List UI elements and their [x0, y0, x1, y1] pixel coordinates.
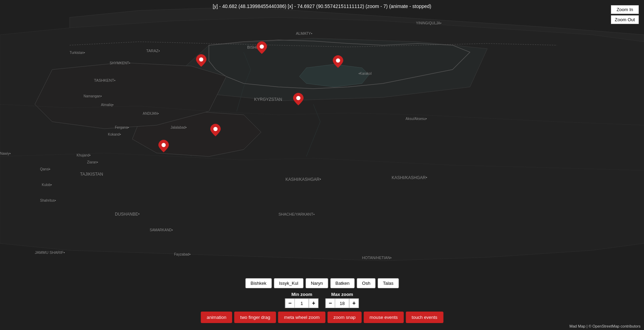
svg-text:Turkistan•: Turkistan• — [70, 51, 85, 55]
feature-buttons: animationtwo finger dragmeta wheel zoomz… — [201, 312, 443, 323]
zoom-range-controls: Min zoom − 1 + Max zoom − 18 + — [285, 292, 359, 308]
svg-text:Namangan•: Namangan• — [84, 94, 102, 98]
min-zoom-input: − 1 + — [285, 298, 319, 308]
min-zoom-minus[interactable]: − — [285, 298, 295, 308]
map-pin-6 — [158, 140, 169, 152]
svg-text:KASHI/KASHGAR•: KASHI/KASHGAR• — [392, 175, 427, 180]
attribution: Mad Map | © OpenStreetMap contributors — [570, 324, 641, 328]
svg-text:Aksu/Aksesu•: Aksu/Aksesu• — [406, 117, 427, 121]
svg-text:ALMATY•: ALMATY• — [296, 31, 312, 35]
svg-text:DUSHANBE•: DUSHANBE• — [115, 212, 140, 217]
max-zoom-label: Max zoom — [331, 292, 353, 297]
city-button-bishkek[interactable]: Bishkek — [245, 278, 272, 288]
status-bar: [y] - 40.682 (48.13998455440386) [x] - 7… — [213, 3, 431, 9]
svg-text:TARAZ•: TARAZ• — [146, 49, 160, 53]
min-zoom-group: Min zoom − 1 + — [285, 292, 319, 308]
max-zoom-input: − 18 + — [325, 298, 359, 308]
bottom-controls: BishkekIssyk_KulNarynBatkenOshTalas Min … — [201, 278, 443, 323]
svg-text:SHACHE/YARKANT•: SHACHE/YARKANT• — [278, 212, 315, 216]
svg-point-33 — [199, 57, 203, 62]
feature-button-two-finger-drag[interactable]: two finger drag — [234, 312, 276, 323]
svg-point-37 — [162, 143, 166, 147]
svg-text:Ziaran•: Ziaran• — [87, 160, 98, 164]
zoom-controls: Zoom In Zoom Out — [611, 5, 639, 24]
feature-button-meta-wheel-zoom[interactable]: meta wheel zoom — [278, 312, 325, 323]
svg-text:Khujand•: Khujand• — [77, 153, 91, 157]
city-button-talas[interactable]: Talas — [378, 278, 399, 288]
svg-text:YINING/QULJA•: YINING/QULJA• — [416, 21, 441, 25]
status-text: [y] - 40.682 (48.13998455440386) [x] - 7… — [213, 3, 431, 9]
zoom-out-button[interactable]: Zoom Out — [611, 15, 639, 24]
svg-point-35 — [296, 96, 300, 100]
zoom-in-button[interactable]: Zoom In — [611, 5, 639, 14]
svg-text:Shahritus•: Shahritus• — [40, 199, 56, 202]
map-pin-2 — [196, 54, 206, 67]
svg-point-36 — [213, 127, 218, 131]
svg-text:•Karakol: •Karakol — [359, 72, 371, 75]
feature-button-animation[interactable]: animation — [201, 312, 232, 323]
feature-button-mouse-events[interactable]: mouse events — [364, 312, 404, 323]
svg-text:KYRGYZSTAN: KYRGYZSTAN — [254, 97, 282, 102]
svg-text:HOTAN/HETIAN•: HOTAN/HETIAN• — [362, 256, 392, 260]
feature-button-touch-events[interactable]: touch events — [406, 312, 443, 323]
city-button-issyk_kul[interactable]: Issyk_Kul — [274, 278, 304, 288]
svg-text:Qansi•: Qansi• — [40, 167, 50, 171]
attribution-text: Mad Map | © OpenStreetMap contributors — [570, 324, 641, 328]
svg-text:Fergana•: Fergana• — [115, 126, 129, 129]
max-zoom-group: Max zoom − 18 + — [325, 292, 359, 308]
map-pin-3 — [333, 55, 343, 68]
city-button-batken[interactable]: Batken — [330, 278, 355, 288]
svg-text:TASHKENT•: TASHKENT• — [94, 78, 116, 82]
svg-text:SHYMKENT•: SHYMKENT• — [110, 61, 131, 65]
svg-text:Kulob•: Kulob• — [42, 183, 52, 187]
svg-point-32 — [260, 45, 264, 49]
map-pin-4 — [293, 93, 304, 105]
city-button-naryn[interactable]: Naryn — [306, 278, 328, 288]
svg-text:SAMARKAND•: SAMARKAND• — [150, 228, 173, 232]
svg-text:KASHI/KASHGAR•: KASHI/KASHGAR• — [285, 177, 321, 182]
svg-text:ANDIJAN•: ANDIJAN• — [143, 112, 159, 115]
svg-text:TAJIKISTAN: TAJIKISTAN — [80, 172, 103, 177]
svg-text:Kokand•: Kokand• — [108, 132, 121, 136]
svg-text:Nawiy•: Nawiy• — [0, 152, 11, 155]
map-pin-1 — [257, 41, 267, 54]
city-button-osh[interactable]: Osh — [357, 278, 376, 288]
min-zoom-value: 1 — [295, 298, 309, 308]
svg-text:JAMMU SHARIF•: JAMMU SHARIF• — [35, 250, 65, 255]
max-zoom-minus[interactable]: − — [325, 298, 335, 308]
min-zoom-label: Min zoom — [291, 292, 312, 297]
min-zoom-plus[interactable]: + — [309, 298, 319, 308]
max-zoom-plus[interactable]: + — [349, 298, 359, 308]
max-zoom-value: 18 — [335, 298, 349, 308]
svg-text:Jalalabad•: Jalalabad• — [171, 126, 187, 129]
svg-text:Fayzabad•: Fayzabad• — [174, 252, 191, 256]
city-buttons: BishkekIssyk_KulNarynBatkenOshTalas — [245, 278, 399, 288]
feature-button-zoom-snap[interactable]: zoom snap — [328, 312, 362, 323]
map-pin-5 — [210, 124, 221, 136]
svg-point-34 — [336, 58, 340, 63]
svg-text:Almaliq•: Almaliq• — [101, 103, 114, 107]
